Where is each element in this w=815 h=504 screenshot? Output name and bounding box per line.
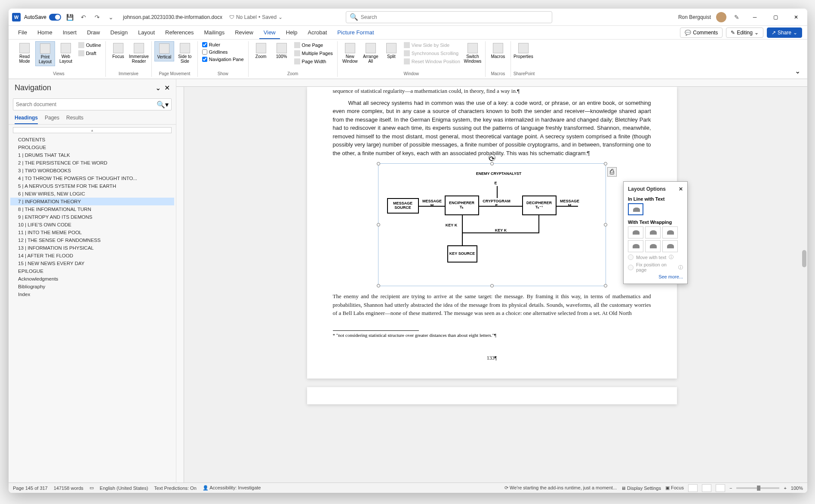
nav-collapse-button[interactable]: ▴	[13, 127, 172, 133]
nav-dropdown[interactable]: ⌄	[155, 84, 161, 92]
wrap-front[interactable]	[662, 240, 678, 252]
tab-file[interactable]: File	[14, 27, 31, 38]
multiple-pages-button[interactable]: Multiple Pages	[292, 49, 335, 57]
nav-heading-item[interactable]: 5 | A NERVOUS SYSTEM FOR THE EARTH	[10, 182, 174, 190]
zoom-in[interactable]: +	[784, 486, 786, 491]
nav-heading-item[interactable]: 2 | THE PERSISTENCE OF THE WORD	[10, 159, 174, 167]
avatar[interactable]	[716, 12, 726, 22]
rotation-handle[interactable]: ⟳	[489, 154, 495, 161]
tab-design[interactable]: Design	[106, 27, 132, 38]
accessibility-check[interactable]: 👤 Accessibility: Investigate	[203, 485, 261, 491]
properties-button[interactable]: Properties	[514, 41, 533, 61]
tab-view[interactable]: View	[259, 27, 280, 39]
save-button[interactable]: 💾	[65, 12, 75, 22]
qat-dropdown[interactable]: ⌄	[106, 12, 116, 22]
vertical-ruler[interactable]	[176, 87, 184, 483]
redo-button[interactable]: ↷	[92, 12, 102, 22]
nav-heading-item[interactable]: EPILOGUE	[10, 267, 174, 275]
nav-heading-item[interactable]: 8 | THE INFORMATIONAL TURN	[10, 205, 174, 213]
print-view-button[interactable]	[702, 484, 711, 492]
layout-popup-close[interactable]: ✕	[679, 186, 683, 192]
search-input[interactable]	[361, 14, 548, 20]
ruler-checkbox[interactable]: Ruler	[200, 41, 246, 48]
nav-heading-item[interactable]: 7 | INFORMATION THEORY	[10, 198, 174, 205]
resize-handle[interactable]	[490, 284, 494, 287]
tab-insert[interactable]: Insert	[58, 27, 81, 38]
resize-handle[interactable]	[377, 162, 380, 165]
print-layout-button[interactable]: Print Layout	[35, 41, 55, 66]
info-icon[interactable]: ⓘ	[678, 264, 683, 271]
nav-search-icon[interactable]: 🔍▾	[157, 101, 169, 109]
web-view-button[interactable]	[716, 484, 725, 492]
text-predictions[interactable]: Text Predictions: On	[154, 486, 196, 491]
zoom-button[interactable]: Zoom	[251, 41, 271, 61]
nav-heading-item[interactable]: 6 | NEW WIRES, NEW LOGIC	[10, 190, 174, 198]
nav-heading-item[interactable]: 13 | INFORMATION IS PHYSICAL	[10, 244, 174, 252]
wrap-behind[interactable]	[645, 240, 661, 252]
nav-heading-item[interactable]: Acknowledgments	[10, 275, 174, 283]
focus-mode[interactable]: ▣ Focus	[665, 485, 684, 491]
page-indicator[interactable]: Page 145 of 317	[13, 486, 48, 491]
close-button[interactable]: ✕	[788, 11, 804, 23]
vertical-scrollbar[interactable]	[800, 87, 807, 483]
horizontal-ruler[interactable]	[176, 79, 807, 87]
immersive-reader-button[interactable]: Immersive Reader	[129, 41, 149, 65]
page-width-button[interactable]: Page Width	[292, 58, 335, 65]
nav-heading-item[interactable]: CONTENTS	[10, 136, 174, 144]
scrollbar-thumb[interactable]	[802, 250, 806, 267]
nav-heading-item[interactable]: 9 | ENTROPY AND ITS DEMONS	[10, 213, 174, 221]
user-name[interactable]: Ron Bergquist	[678, 14, 711, 20]
nav-heading-item[interactable]: PROLOGUE	[10, 144, 174, 151]
nav-heading-item[interactable]: 14 | AFTER THE FLOOD	[10, 252, 174, 260]
layout-options-badge[interactable]: ⎙	[607, 167, 617, 177]
resize-handle[interactable]	[604, 284, 607, 287]
next-page[interactable]	[307, 387, 677, 404]
outline-button[interactable]: Outline	[77, 41, 103, 49]
save-status-dropdown[interactable]: ⌄	[278, 14, 283, 20]
nav-tab-results[interactable]: Results	[66, 115, 83, 124]
read-view-button[interactable]	[688, 484, 698, 492]
maximize-button[interactable]: ▢	[768, 11, 783, 23]
zoom-slider[interactable]	[736, 487, 779, 489]
nav-heading-item[interactable]: 1 | DRUMS THAT TALK	[10, 151, 174, 159]
zoom-100-button[interactable]: 100%	[272, 41, 292, 61]
web-layout-button[interactable]: Web Layout	[56, 41, 76, 65]
resize-handle[interactable]	[604, 162, 607, 165]
nav-search[interactable]: 🔍▾	[13, 98, 172, 110]
tab-acrobat[interactable]: Acrobat	[304, 27, 332, 38]
selected-image[interactable]: ⟳ ⎙ ENEMY CRYPTANALYST E	[378, 163, 606, 286]
editing-mode-button[interactable]: ✎ Editing ⌄	[726, 27, 763, 38]
nav-heading-item[interactable]: 10 | LIFE'S OWN CODE	[10, 221, 174, 229]
draft-button[interactable]: Draft	[77, 49, 103, 57]
autosave-toggle[interactable]	[49, 14, 61, 21]
new-window-button[interactable]: New Window	[340, 41, 360, 65]
side-to-side-button[interactable]: Side to Side	[175, 41, 195, 65]
document-page[interactable]: sequence of statistical regularity—a mat…	[307, 87, 677, 379]
read-mode-button[interactable]: Read Mode	[15, 41, 34, 65]
share-button[interactable]: ↗ Share ⌄	[767, 27, 802, 38]
nav-heading-item[interactable]: Index	[10, 290, 174, 298]
tab-draw[interactable]: Draw	[83, 27, 104, 38]
nav-heading-item[interactable]: 15 | NEW NEWS EVERY DAY	[10, 260, 174, 267]
tab-layout[interactable]: Layout	[134, 27, 159, 38]
wrap-top-bottom[interactable]	[628, 240, 643, 252]
nav-heading-item[interactable]: Bibliography	[10, 283, 174, 290]
language-indicator[interactable]: English (United States)	[100, 486, 148, 491]
resize-handle[interactable]	[604, 223, 607, 226]
tab-mailings[interactable]: Mailings	[200, 27, 229, 38]
pen-icon[interactable]: ✎	[732, 12, 742, 22]
tab-references[interactable]: References	[161, 27, 198, 38]
info-icon[interactable]: ⓘ	[669, 254, 674, 260]
tab-home[interactable]: Home	[33, 27, 57, 38]
tab-picture-format[interactable]: Picture Format	[333, 27, 378, 38]
document-title[interactable]: johnson.pat.20231030.the-information.doc…	[123, 14, 222, 20]
tab-help[interactable]: Help	[282, 27, 302, 38]
nav-tab-headings[interactable]: Headings	[15, 115, 38, 124]
nav-heading-item[interactable]: 11 | INTO THE MEME POOL	[10, 229, 174, 236]
wrap-through[interactable]	[662, 226, 678, 238]
one-page-button[interactable]: One Page	[292, 41, 335, 49]
sensitivity-label[interactable]: No Label	[236, 14, 257, 20]
tab-review[interactable]: Review	[231, 27, 258, 38]
switch-windows-button[interactable]: Switch Windows	[463, 41, 483, 65]
minimize-button[interactable]: ─	[747, 11, 763, 23]
